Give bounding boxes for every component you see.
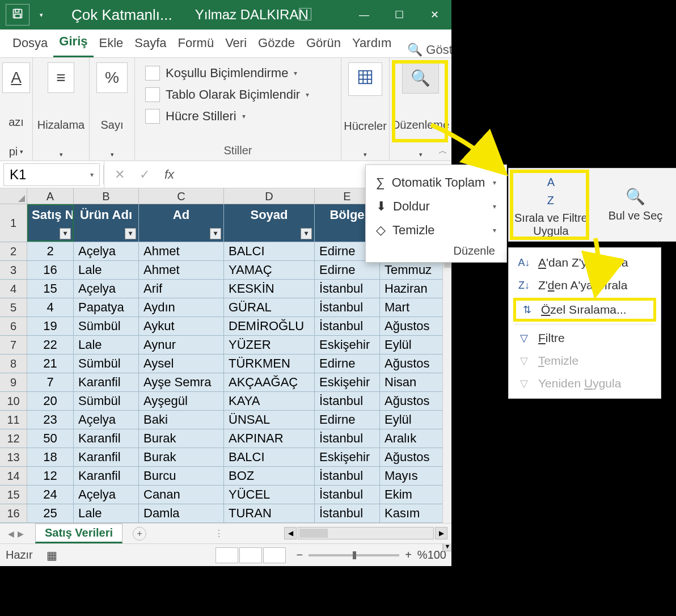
editing-button[interactable]: 🔍 (402, 62, 439, 94)
cell[interactable]: Aralık (380, 429, 445, 448)
row-header[interactable]: 14 (0, 467, 27, 485)
table-row[interactable]: 316LaleAhmetYAMAÇEdirneTemmuz (0, 261, 452, 280)
view-page-layout[interactable] (239, 547, 262, 563)
col-header-d[interactable]: D (224, 188, 315, 204)
cell[interactable]: GÜRAL (224, 298, 315, 317)
table-row[interactable]: 54PapatyaAydınGÜRALİstanbulMart (0, 298, 452, 317)
cell[interactable]: Ayşe Semra (139, 373, 224, 391)
cell[interactable]: Papatya (74, 298, 139, 317)
cell-styles[interactable]: Hücre Stilleri▾ (143, 106, 333, 127)
cell[interactable]: 24 (27, 486, 74, 504)
cell[interactable]: Açelya (74, 486, 139, 504)
header-ad[interactable]: Ad▾ (139, 204, 224, 242)
cell[interactable]: YÜZER (224, 336, 315, 354)
cell[interactable]: 22 (27, 336, 74, 354)
table-row[interactable]: 1524AçelyaCananYÜCELİstanbulEkim (0, 486, 452, 504)
chevron-down-icon[interactable]: ▾ (493, 226, 496, 234)
chevron-down-icon[interactable]: ▾ (90, 171, 94, 179)
cell[interactable]: Aydın (139, 298, 224, 317)
header-satis-no[interactable]: Satış No▾ (27, 204, 74, 242)
cells-button[interactable] (348, 62, 382, 96)
sort-az[interactable]: A↓A'dan Z'ye Sırala (511, 251, 658, 274)
col-header-b[interactable]: B (74, 188, 139, 204)
cell[interactable]: Ayşegül (139, 392, 224, 410)
row-header[interactable]: 1 (0, 204, 27, 242)
scroll-left-icon[interactable]: ◀ (284, 527, 297, 539)
select-all-corner[interactable] (0, 188, 27, 204)
cell[interactable]: Aynur (139, 336, 224, 354)
cell[interactable]: Edirne (315, 261, 380, 279)
cell[interactable]: Eskişehir (315, 373, 380, 391)
filter-dropdown-icon[interactable]: ▾ (60, 228, 71, 239)
cell[interactable]: Ağustos (380, 355, 445, 373)
filter-dropdown-icon[interactable]: ▾ (210, 228, 221, 239)
font-button[interactable]: A (2, 62, 30, 93)
cell[interactable]: 16 (27, 261, 74, 279)
row-header[interactable]: 2 (0, 242, 27, 260)
cell[interactable]: İstanbul (315, 280, 380, 298)
chevron-down-icon[interactable]: ▾ (493, 202, 496, 210)
cell[interactable]: KAYA (224, 392, 315, 410)
tab-giris[interactable]: Giriş (53, 28, 93, 57)
maximize-button[interactable]: ☐ (382, 0, 417, 29)
cell[interactable]: 25 (27, 504, 74, 522)
clear-item[interactable]: ◇ Temizle ▾ (374, 218, 498, 242)
tab-formul[interactable]: Formü (172, 30, 220, 57)
cell[interactable]: YÜCEL (224, 486, 315, 504)
cell[interactable]: Mayıs (380, 467, 445, 485)
cell[interactable]: Açelya (74, 280, 139, 298)
custom-sort[interactable]: ⇅Özel Sıralama... (516, 301, 653, 319)
scroll-right-icon[interactable]: ▶ (435, 527, 447, 539)
tab-ekle[interactable]: Ekle (94, 30, 129, 57)
minimize-button[interactable]: — (347, 0, 382, 29)
cell[interactable]: Temmuz (380, 261, 445, 279)
find-select-button[interactable]: 🔍 Bul ve Seç (593, 168, 676, 241)
autosum-item[interactable]: ∑ Otomatik Toplam ▾ (374, 171, 498, 195)
name-box[interactable]: K1 ▾ (3, 163, 100, 186)
cell[interactable]: 2 (27, 242, 74, 260)
row-header[interactable]: 3 (0, 261, 27, 279)
cell[interactable]: Ahmet (139, 261, 224, 279)
view-normal[interactable] (216, 547, 238, 563)
row-header[interactable]: 11 (0, 411, 27, 429)
cell[interactable]: İstanbul (315, 429, 380, 448)
table-row[interactable]: 821SümbülAyselTÜRKMENEdirneAğustos (0, 355, 452, 373)
table-row[interactable]: 1020SümbülAyşegülKAYAİstanbulAğustos (0, 392, 452, 411)
view-page-break[interactable] (263, 547, 286, 563)
tab-yardim[interactable]: Yardım (347, 30, 397, 57)
row-header[interactable]: 7 (0, 336, 27, 354)
cell[interactable]: Eylül (380, 336, 445, 354)
cell[interactable]: Edirne (315, 411, 380, 429)
table-row[interactable]: 415AçelyaArifKESKİNİstanbulHaziran (0, 280, 452, 298)
row-header[interactable]: 8 (0, 355, 27, 373)
cell[interactable]: 20 (27, 392, 74, 410)
cell[interactable]: Sümbül (74, 355, 139, 373)
filter-dropdown-icon[interactable]: ▾ (125, 228, 136, 239)
cell[interactable]: Damla (139, 504, 224, 522)
cell[interactable]: İstanbul (315, 467, 380, 485)
cell[interactable]: TÜRKMEN (224, 355, 315, 373)
cell[interactable]: Lale (74, 336, 139, 354)
cell[interactable]: AKÇAAĞAÇ (224, 373, 315, 391)
close-button[interactable]: ✕ (417, 0, 452, 29)
cell[interactable]: BALCI (224, 448, 315, 466)
cell[interactable]: Haziran (380, 280, 445, 298)
row-header[interactable]: 13 (0, 448, 27, 466)
cell[interactable]: Karanfil (74, 467, 139, 485)
alignment-button[interactable]: ≡ (48, 62, 74, 93)
zoom-control[interactable]: − + %100 (296, 549, 446, 562)
cell[interactable]: 19 (27, 317, 74, 335)
accept-formula-icon[interactable]: ✓ (140, 167, 150, 182)
cell[interactable]: Aysel (139, 355, 224, 373)
cell[interactable]: 12 (27, 467, 74, 485)
cell[interactable]: Mart (380, 298, 445, 317)
fx-icon[interactable]: fx (164, 167, 174, 182)
cell[interactable]: Nisan (380, 373, 445, 391)
cell[interactable]: Eskişehir (315, 448, 380, 466)
cell[interactable]: Edirne (315, 355, 380, 373)
row-header[interactable]: 12 (0, 429, 27, 448)
cell[interactable]: İstanbul (315, 504, 380, 522)
cell[interactable]: Canan (139, 486, 224, 504)
cell[interactable]: YAMAÇ (224, 261, 315, 279)
table-row[interactable]: 722LaleAynurYÜZEREskişehirEylül (0, 336, 452, 355)
